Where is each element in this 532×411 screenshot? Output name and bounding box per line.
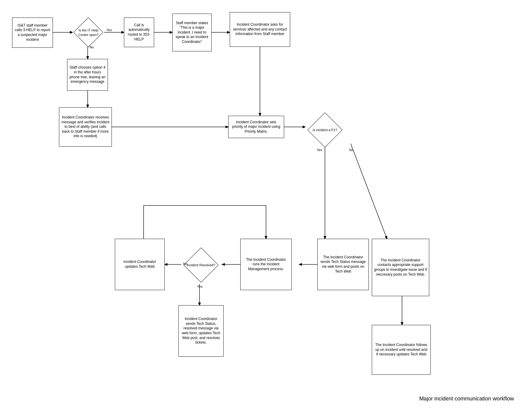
node-staff-states: Staff member states "This is a major inc… [172,14,212,51]
node-coordinator-asks: Incident Coordinator asks for services a… [230,12,290,47]
flowchart: IS&T staff member calls 3-HELP to report… [0,0,532,411]
footer-text: Major incident communication workflow [419,396,514,402]
node-follows-up: The Incident Coordinator follows up on i… [372,325,431,375]
node-sends-tech-status: The Incident Coordinator sends Tech Stat… [317,239,369,290]
svg-line-10 [351,144,387,239]
node-resolved-message: Incident Coordinator sends Tech Status, … [178,305,224,357]
label-no2: No [349,148,353,152]
node-incident-management: The Incident Coordinator runs the Incide… [240,239,292,290]
node-call-routed: Call is automatically routed to 353-HELP [124,18,154,47]
label-yes2: Yes [317,148,322,152]
label-no1: No [89,45,94,49]
label-yes1: Yes [106,28,112,32]
node-is-p1: Is incident a P1? [305,113,345,147]
node-coordinator-receives: Incident Coordinator receives message an… [59,107,112,147]
node-coordinator-priority: Incident Coordinator sets priority of ma… [228,116,284,138]
label-yes3: Yes [197,285,203,288]
node-staff-option4: Staff chooses option 4 in the after hour… [67,59,108,91]
node-isst-staff: IS&T staff member calls 3-HELP to report… [12,18,53,48]
node-help-center-open: Is the IT Help Center open? [73,18,104,47]
node-incident-resolved: Incident Resolved? [181,248,221,283]
node-updates-tech-web: Incident Coordinator updates Tech Web [115,239,165,290]
node-contacts-support: The Incident Coordinator contacts approp… [372,239,429,296]
